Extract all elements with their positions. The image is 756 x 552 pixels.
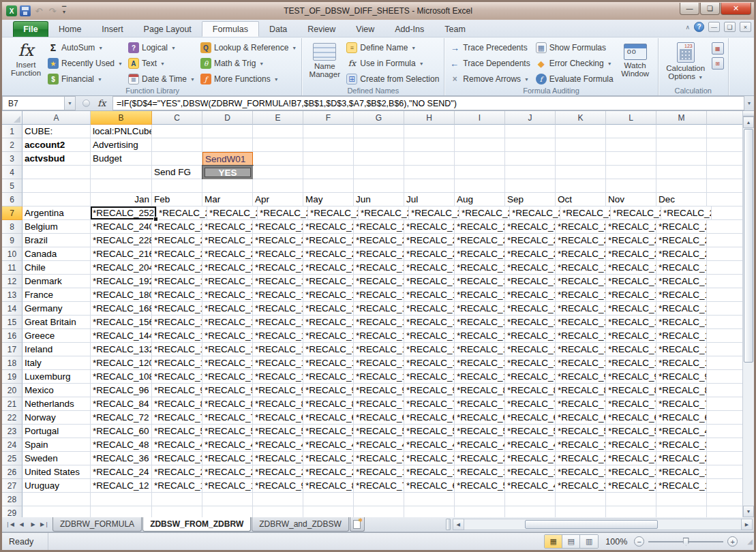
- cell-F28[interactable]: [303, 493, 354, 506]
- cell-J11[interactable]: *RECALC_196: [505, 261, 556, 275]
- cell-B21[interactable]: *RECALC_84: [91, 397, 152, 411]
- vertical-scroll-thumb[interactable]: [744, 129, 753, 363]
- row-header-16[interactable]: 16: [2, 329, 22, 343]
- cell-H14[interactable]: *RECALC_162: [404, 302, 455, 316]
- cell-G24[interactable]: *RECALC_43: [354, 438, 404, 452]
- button-error-checking[interactable]: ◆Error Checking▼: [534, 57, 616, 70]
- cell-K27[interactable]: *RECALC_3: [556, 479, 606, 493]
- cell-I23[interactable]: *RECALC_53: [455, 425, 505, 438]
- cell-B8[interactable]: *RECALC_240: [91, 220, 152, 234]
- cell-E20[interactable]: *RECALC_93: [253, 384, 303, 397]
- button-trace-precedents[interactable]: →Trace Precedents: [447, 41, 532, 55]
- cell-G22[interactable]: *RECALC_67: [354, 411, 404, 425]
- zoom-out-button[interactable]: −: [634, 536, 644, 547]
- close-button[interactable]: ✕: [721, 3, 751, 15]
- cell-F12[interactable]: *RECALC_188: [303, 275, 354, 288]
- cell-A4[interactable]: [22, 166, 91, 179]
- cell-L3[interactable]: [606, 152, 656, 166]
- cell-F17[interactable]: *RECALC_128: [303, 343, 354, 356]
- cell-C4[interactable]: Send FG: [152, 166, 202, 179]
- cell-G17[interactable]: *RECALC_127: [354, 343, 404, 356]
- cell-I7[interactable]: *RECALC_245: [459, 206, 510, 220]
- cell-E15[interactable]: *RECALC_153: [253, 316, 303, 329]
- cell-E18[interactable]: *RECALC_117: [253, 356, 303, 370]
- row-header-2[interactable]: 2: [2, 138, 22, 152]
- cell-M1[interactable]: [656, 125, 707, 138]
- horizontal-scroll-thumb[interactable]: [525, 520, 658, 529]
- cell-B2[interactable]: Advertising: [91, 138, 152, 152]
- cell-H27[interactable]: *RECALC_6: [404, 479, 455, 493]
- cell-G1[interactable]: [354, 125, 404, 138]
- cell-L15[interactable]: *RECALC_146: [606, 316, 656, 329]
- cell-C24[interactable]: *RECALC_47: [152, 438, 202, 452]
- calculation-options-button[interactable]: Calculation Options ▼: [661, 40, 710, 85]
- cell-I20[interactable]: *RECALC_89: [455, 384, 505, 397]
- cell-M8[interactable]: *RECALC_229: [656, 220, 707, 234]
- row-header-5[interactable]: 5: [2, 179, 22, 193]
- workbook-restore-button[interactable]: ❏: [724, 22, 736, 32]
- cell-B28[interactable]: [91, 493, 152, 506]
- cell-D22[interactable]: *RECALC_70: [202, 411, 253, 425]
- row-header-14[interactable]: 14: [2, 302, 22, 316]
- cell-H3[interactable]: [404, 152, 455, 166]
- button-date-time[interactable]: ▦Date & Time▼: [126, 72, 197, 86]
- cell-G13[interactable]: *RECALC_175: [354, 288, 404, 302]
- cell-L4[interactable]: [606, 166, 656, 179]
- cell-M7[interactable]: *RECALC_241: [661, 206, 712, 220]
- cell-I26[interactable]: *RECALC_17: [455, 465, 505, 479]
- cell-E2[interactable]: [253, 138, 303, 152]
- cell-H1[interactable]: [404, 125, 455, 138]
- cell-H16[interactable]: *RECALC_138: [404, 329, 455, 343]
- cell-J22[interactable]: *RECALC_64: [505, 411, 556, 425]
- cell-B19[interactable]: *RECALC_108: [91, 370, 152, 384]
- col-header-I[interactable]: I: [455, 111, 505, 125]
- cell-M13[interactable]: *RECALC_169: [656, 288, 707, 302]
- cell-C19[interactable]: *RECALC_107: [152, 370, 202, 384]
- cell-D12[interactable]: *RECALC_190: [202, 275, 253, 288]
- cell-G8[interactable]: *RECALC_235: [354, 220, 404, 234]
- cell-H6[interactable]: Jul: [404, 193, 455, 206]
- cell-B20[interactable]: *RECALC_96: [91, 384, 152, 397]
- cell-J10[interactable]: *RECALC_208: [505, 247, 556, 261]
- cell-E6[interactable]: Apr: [253, 193, 303, 206]
- cell-B4[interactable]: [91, 166, 152, 179]
- row-header-15[interactable]: 15: [2, 316, 22, 329]
- cell-L14[interactable]: *RECALC_158: [606, 302, 656, 316]
- cell-A19[interactable]: Luxemburg: [22, 370, 91, 384]
- cell-J5[interactable]: [505, 179, 556, 193]
- file-tab[interactable]: File: [13, 21, 48, 37]
- cell-F2[interactable]: [303, 138, 354, 152]
- cell-K10[interactable]: *RECALC_207: [556, 247, 606, 261]
- cell-A18[interactable]: Italy: [22, 356, 91, 370]
- cell-B9[interactable]: *RECALC_228: [91, 234, 152, 247]
- cell-J18[interactable]: *RECALC_112: [505, 356, 556, 370]
- cell-E22[interactable]: *RECALC_69: [253, 411, 303, 425]
- row-header-13[interactable]: 13: [2, 288, 22, 302]
- cell-F6[interactable]: May: [303, 193, 354, 206]
- cell-H18[interactable]: *RECALC_114: [404, 356, 455, 370]
- button-math-trig[interactable]: θMath & Trig▼: [198, 57, 299, 70]
- cell-F5[interactable]: [303, 179, 354, 193]
- cell-M19[interactable]: *RECALC_97: [656, 370, 707, 384]
- cell-I16[interactable]: *RECALC_137: [455, 329, 505, 343]
- cell-H12[interactable]: *RECALC_186: [404, 275, 455, 288]
- button-text[interactable]: AText▼: [126, 57, 197, 70]
- cell-D23[interactable]: *RECALC_58: [202, 425, 253, 438]
- cell-H7[interactable]: *RECALC_246: [409, 206, 459, 220]
- cell-D8[interactable]: *RECALC_238: [202, 220, 253, 234]
- cell-B27[interactable]: *RECALC_12: [91, 479, 152, 493]
- button-define-name[interactable]: ≡Define Name▼: [344, 41, 441, 55]
- cell-D11[interactable]: *RECALC_202: [202, 261, 253, 275]
- scroll-right-icon[interactable]: ▶: [741, 519, 753, 530]
- cell-H26[interactable]: *RECALC_18: [404, 465, 455, 479]
- cell-I13[interactable]: *RECALC_173: [455, 288, 505, 302]
- cell-F15[interactable]: *RECALC_152: [303, 316, 354, 329]
- cell-H10[interactable]: *RECALC_210: [404, 247, 455, 261]
- normal-view-button[interactable]: ▦: [545, 535, 562, 548]
- row-header-17[interactable]: 17: [2, 343, 22, 356]
- row-header-4[interactable]: 4: [2, 166, 22, 179]
- cell-B22[interactable]: *RECALC_72: [91, 411, 152, 425]
- cell-G6[interactable]: Jun: [354, 193, 404, 206]
- cell-K4[interactable]: [556, 166, 606, 179]
- cell-M21[interactable]: *RECALC_73: [656, 397, 707, 411]
